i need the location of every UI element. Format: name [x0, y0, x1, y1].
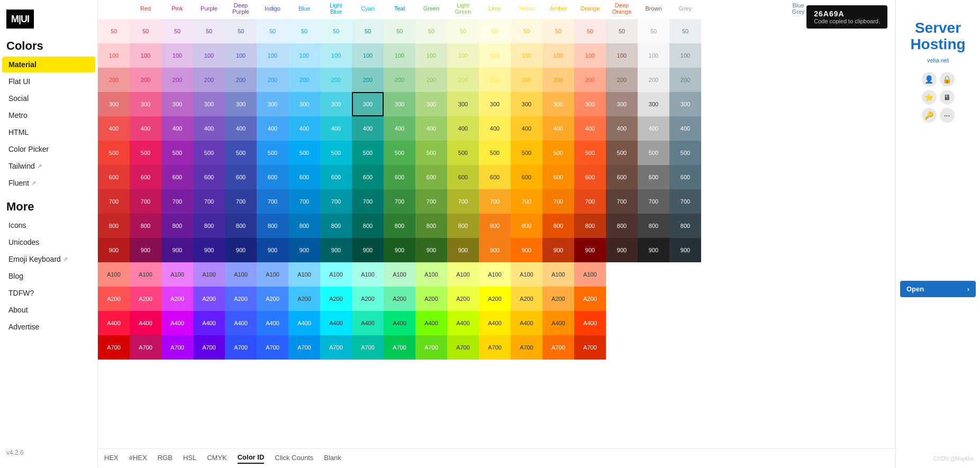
cell-200-teal[interactable]: 200: [352, 68, 384, 92]
tab-cmyk[interactable]: CMYK: [207, 454, 227, 463]
cell-100-red[interactable]: 100: [98, 43, 130, 68]
cell-500-orange[interactable]: 500: [542, 141, 574, 165]
cell-50-green[interactable]: 50: [384, 19, 415, 43]
cell-100-blue-grey[interactable]: 100: [669, 43, 701, 68]
cell-600-teal[interactable]: 600: [352, 165, 384, 189]
cell-100-cyan[interactable]: 100: [320, 43, 352, 68]
cell-50-orange[interactable]: 50: [542, 19, 574, 43]
cell-100-amber[interactable]: 100: [511, 43, 542, 68]
cell-200-lime[interactable]: 200: [447, 68, 479, 92]
cell-50-cyan[interactable]: 50: [320, 19, 352, 43]
tab-#hex[interactable]: #HEX: [129, 454, 147, 463]
cell-300-amber[interactable]: 300: [511, 92, 542, 116]
sidebar-item-tdfw[interactable]: TDFW?: [2, 285, 95, 301]
cell-A700-orange[interactable]: A700: [542, 335, 574, 360]
cell-800-amber[interactable]: 800: [511, 214, 542, 238]
cell-500-amber[interactable]: 500: [511, 141, 542, 165]
cell-A400-indigo[interactable]: A400: [225, 311, 257, 335]
cell-A400-green[interactable]: A400: [384, 311, 415, 335]
cell-700-light-blue[interactable]: 700: [288, 189, 320, 214]
cell-300-deep-purple[interactable]: 300: [193, 92, 225, 116]
tab-rgb[interactable]: RGB: [158, 454, 173, 463]
cell-600-brown[interactable]: 600: [606, 165, 638, 189]
cell-A100-red[interactable]: A100: [98, 262, 130, 287]
cell-500-green[interactable]: 500: [384, 141, 415, 165]
sidebar-item-metro[interactable]: Metro: [2, 107, 95, 123]
cell-200-brown[interactable]: 200: [606, 68, 638, 92]
cell-50-lime[interactable]: 50: [447, 19, 479, 43]
cell-900-yellow[interactable]: 900: [479, 238, 511, 262]
cell-900-deep-orange[interactable]: 900: [574, 238, 606, 262]
cell-200-amber[interactable]: 200: [511, 68, 542, 92]
cell-600-purple[interactable]: 600: [161, 165, 193, 189]
cell-900-grey[interactable]: 900: [638, 238, 669, 262]
cell-A100-brown[interactable]: [606, 262, 638, 287]
cell-800-deep-purple[interactable]: 800: [193, 214, 225, 238]
cell-400-amber[interactable]: 400: [511, 116, 542, 141]
cell-A100-pink[interactable]: A100: [130, 262, 161, 287]
sidebar-item-icons[interactable]: Icons: [2, 217, 95, 233]
sidebar-item-emoji[interactable]: Emoji Keyboard ↗: [2, 251, 95, 267]
cell-A100-yellow[interactable]: A100: [479, 262, 511, 287]
cell-900-indigo[interactable]: 900: [225, 238, 257, 262]
cell-100-pink[interactable]: 100: [130, 43, 161, 68]
cell-50-light-blue[interactable]: 50: [288, 19, 320, 43]
cell-300-orange[interactable]: 300: [542, 92, 574, 116]
cell-A700-purple[interactable]: A700: [161, 335, 193, 360]
cell-400-indigo[interactable]: 400: [225, 116, 257, 141]
cell-600-amber[interactable]: 600: [511, 165, 542, 189]
sidebar-item-advertise[interactable]: Advertise: [2, 319, 95, 335]
sidebar-item-flat-ui[interactable]: Flat UI: [2, 74, 95, 89]
cell-300-red[interactable]: 300: [98, 92, 130, 116]
cell-200-blue-grey[interactable]: 200: [669, 68, 701, 92]
cell-A100-orange[interactable]: A100: [542, 262, 574, 287]
cell-A400-light-blue[interactable]: A400: [288, 311, 320, 335]
cell-A700-grey[interactable]: [638, 335, 669, 360]
cell-A700-lime[interactable]: A700: [447, 335, 479, 360]
cell-500-cyan[interactable]: 500: [320, 141, 352, 165]
cell-800-deep-orange[interactable]: 800: [574, 214, 606, 238]
cell-600-red[interactable]: 600: [98, 165, 130, 189]
cell-800-blue[interactable]: 800: [257, 214, 288, 238]
cell-400-blue-grey[interactable]: 400: [669, 116, 701, 141]
cell-400-pink[interactable]: 400: [130, 116, 161, 141]
cell-A400-red[interactable]: A400: [98, 311, 130, 335]
cell-900-green[interactable]: 900: [384, 238, 415, 262]
cell-A700-teal[interactable]: A700: [352, 335, 384, 360]
cell-500-red[interactable]: 500: [98, 141, 130, 165]
cell-100-orange[interactable]: 100: [542, 43, 574, 68]
cell-300-grey[interactable]: 300: [638, 92, 669, 116]
cell-200-indigo[interactable]: 200: [225, 68, 257, 92]
cell-A200-teal[interactable]: A200: [352, 287, 384, 311]
cell-300-lime[interactable]: 300: [447, 92, 479, 116]
cell-A100-teal[interactable]: A100: [352, 262, 384, 287]
cell-500-grey[interactable]: 500: [638, 141, 669, 165]
ad-url[interactable]: velia.net: [900, 57, 976, 63]
cell-A200-brown[interactable]: [606, 287, 638, 311]
cell-600-green[interactable]: 600: [384, 165, 415, 189]
cell-100-grey[interactable]: 100: [638, 43, 669, 68]
cell-200-blue[interactable]: 200: [257, 68, 288, 92]
cell-800-orange[interactable]: 800: [542, 214, 574, 238]
cell-A700-deep-purple[interactable]: A700: [193, 335, 225, 360]
cell-A700-brown[interactable]: [606, 335, 638, 360]
cell-50-purple[interactable]: 50: [161, 19, 193, 43]
cell-800-purple[interactable]: 800: [161, 214, 193, 238]
cell-A200-deep-purple[interactable]: A200: [193, 287, 225, 311]
cell-600-grey[interactable]: 600: [638, 165, 669, 189]
cell-50-yellow[interactable]: 50: [479, 19, 511, 43]
cell-A200-purple[interactable]: A200: [161, 287, 193, 311]
cell-100-indigo[interactable]: 100: [225, 43, 257, 68]
cell-A100-grey[interactable]: [638, 262, 669, 287]
cell-900-blue[interactable]: 900: [257, 238, 288, 262]
cell-600-light-green[interactable]: 600: [415, 165, 447, 189]
cell-800-cyan[interactable]: 800: [320, 214, 352, 238]
cell-700-deep-purple[interactable]: 700: [193, 189, 225, 214]
cell-200-deep-purple[interactable]: 200: [193, 68, 225, 92]
cell-400-light-green[interactable]: 400: [415, 116, 447, 141]
cell-100-deep-orange[interactable]: 100: [574, 43, 606, 68]
cell-100-light-blue[interactable]: 100: [288, 43, 320, 68]
cell-100-purple[interactable]: 100: [161, 43, 193, 68]
cell-200-cyan[interactable]: 200: [320, 68, 352, 92]
cell-100-teal[interactable]: 100: [352, 43, 384, 68]
